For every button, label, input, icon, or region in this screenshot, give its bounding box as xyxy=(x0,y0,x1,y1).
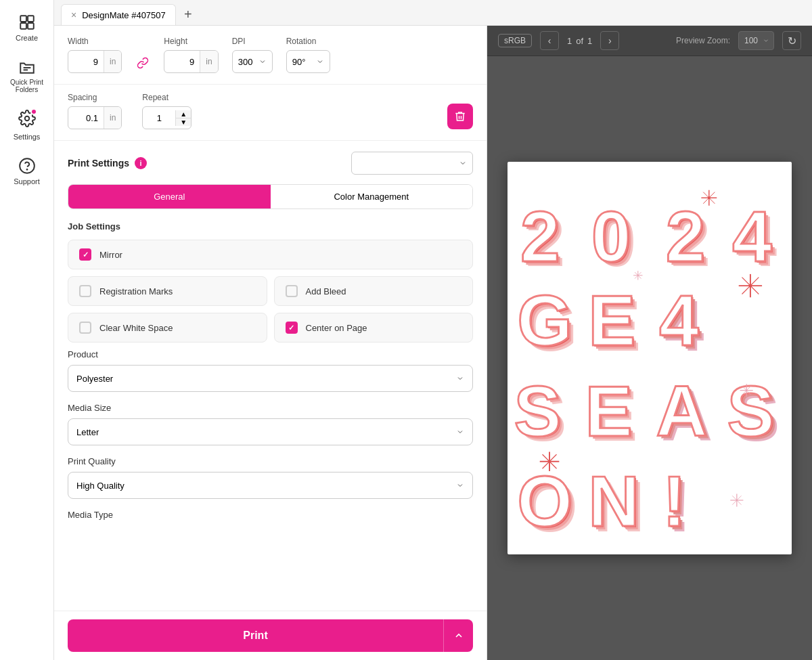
split-pane: Width in Height xyxy=(54,26,812,660)
tab-title: DesignMate #407507 xyxy=(82,10,166,20)
width-label: Width xyxy=(68,37,122,46)
svg-point-6 xyxy=(24,116,29,121)
sidebar-item-support-label: Support xyxy=(14,177,40,185)
svg-rect-2 xyxy=(20,23,26,29)
create-icon xyxy=(18,14,36,31)
checkbox-registration-marks[interactable]: Registration Marks xyxy=(68,276,267,306)
checkbox-clear-white-space[interactable]: Clear White Space xyxy=(68,313,267,343)
checkbox-grid: Registration Marks Add Bleed Clear White… xyxy=(68,276,473,343)
repeat-decrement-button[interactable]: ▼ xyxy=(176,118,191,126)
job-settings-title: Job Settings xyxy=(68,221,473,232)
sidebar-item-create-label: Create xyxy=(16,34,38,42)
settings-preset-dropdown[interactable] xyxy=(351,152,473,175)
center-on-page-checkbox[interactable] xyxy=(286,322,298,334)
rotation-select[interactable]: 90° 0° 180° 270° xyxy=(286,50,330,73)
dpi-select[interactable]: 300 72 150 600 xyxy=(232,50,273,73)
preview-toolbar: sRGB ‹ 1 of 1 › Preview Zoom: 100 50 75 … xyxy=(487,26,812,56)
svg-point-58 xyxy=(749,284,752,288)
svg-text:2: 2 xyxy=(520,197,559,276)
job-settings: Job Settings Mirror Registration Marks xyxy=(68,221,473,343)
svg-text:G: G xyxy=(517,281,572,360)
clear-white-space-label: Clear White Space xyxy=(99,323,173,333)
svg-rect-3 xyxy=(28,23,34,29)
print-settings-info-icon[interactable]: i xyxy=(135,157,147,169)
product-select[interactable]: Polyester Cotton Vinyl Canvas xyxy=(68,365,473,392)
spacing-input[interactable] xyxy=(68,113,104,123)
tab-designmate[interactable]: × DesignMate #407507 xyxy=(61,4,176,25)
settings-notification-dot xyxy=(30,108,37,115)
trash-icon xyxy=(454,110,466,123)
print-settings-header: Print Settings i xyxy=(68,152,473,175)
delete-button[interactable] xyxy=(447,104,473,129)
spacing-label: Spacing xyxy=(68,93,122,102)
print-button[interactable]: Print xyxy=(68,619,443,652)
registration-marks-checkbox[interactable] xyxy=(79,285,91,297)
checkbox-center-on-page[interactable]: Center on Page xyxy=(274,313,474,343)
preview-canvas: 2 2 2 2 2 2 xyxy=(487,56,812,660)
spacing-unit: in xyxy=(104,107,121,129)
srgb-badge: sRGB xyxy=(498,34,532,47)
svg-text:4: 4 xyxy=(732,197,771,276)
tab-color-management[interactable]: Color Management xyxy=(271,185,473,208)
print-quality-select[interactable]: High Quality Draft Normal Best xyxy=(68,472,473,499)
registration-marks-label: Registration Marks xyxy=(99,286,173,296)
spacing-input-wrap: in xyxy=(68,106,122,129)
width-input[interactable] xyxy=(68,57,104,67)
dpi-group: DPI 300 72 150 600 xyxy=(232,37,273,73)
sidebar-item-create[interactable]: Create xyxy=(3,7,51,49)
link-dimensions-icon[interactable] xyxy=(137,57,149,69)
svg-text:E: E xyxy=(588,281,635,360)
mirror-label: Mirror xyxy=(99,250,122,260)
add-bleed-checkbox[interactable] xyxy=(286,285,298,297)
spacing-section: Spacing in Repeat ▲ ▼ xyxy=(54,85,487,141)
settings-tabs: General Color Management xyxy=(68,184,473,209)
left-panel: Width in Height xyxy=(54,26,487,660)
repeat-input[interactable] xyxy=(143,113,175,123)
dpi-label: DPI xyxy=(232,37,273,46)
checkbox-mirror[interactable]: Mirror xyxy=(68,240,473,269)
dimensions-section: Width in Height xyxy=(54,26,487,85)
media-size-select[interactable]: Letter A4 Legal Tabloid xyxy=(68,418,473,445)
sidebar-item-settings[interactable]: Settings xyxy=(3,103,51,148)
print-settings-title: Print Settings xyxy=(68,158,129,169)
print-btn-chevron[interactable] xyxy=(443,619,473,652)
sidebar-item-settings-label: Settings xyxy=(14,133,41,141)
svg-point-7 xyxy=(20,158,35,173)
rotation-group: Rotation 90° 0° 180° 270° xyxy=(286,37,330,73)
preview-design-svg: 2 2 2 2 2 2 xyxy=(508,162,792,554)
main-content: × DesignMate #407507 + Width in xyxy=(54,0,812,660)
checkbox-add-bleed[interactable]: Add Bleed xyxy=(274,276,474,306)
height-input[interactable] xyxy=(164,57,200,67)
page-next-button[interactable]: › xyxy=(600,31,619,50)
print-btn-wrap: Print xyxy=(54,611,487,660)
sidebar-item-quick-print-label: Quick Print Folders xyxy=(8,79,46,93)
sidebar-item-quick-print[interactable]: Quick Print Folders xyxy=(3,51,51,100)
svg-text:N: N xyxy=(588,462,639,541)
tab-close-btn[interactable]: × xyxy=(71,9,76,20)
height-label: Height xyxy=(164,37,218,46)
svg-text:S: S xyxy=(514,372,562,451)
zoom-select[interactable]: 100 50 75 150 200 xyxy=(738,31,774,50)
svg-text:O: O xyxy=(517,462,572,541)
product-label: Product xyxy=(68,349,473,359)
preview-pane: sRGB ‹ 1 of 1 › Preview Zoom: 100 50 75 … xyxy=(487,26,812,660)
folder-icon xyxy=(18,58,36,76)
svg-text:4: 4 xyxy=(659,281,698,360)
tab-bar: × DesignMate #407507 + xyxy=(54,0,812,26)
rotation-label: Rotation xyxy=(286,37,330,46)
media-type-group: Media Type xyxy=(68,510,473,520)
product-group: Product Polyester Cotton Vinyl Canvas xyxy=(68,349,473,392)
clear-white-space-checkbox[interactable] xyxy=(79,322,91,334)
repeat-increment-button[interactable]: ▲ xyxy=(176,110,191,118)
tab-general[interactable]: General xyxy=(68,185,271,208)
page-prev-button[interactable]: ‹ xyxy=(540,31,559,50)
width-group: Width in xyxy=(68,37,122,73)
sidebar-item-support[interactable]: Support xyxy=(3,150,51,192)
refresh-button[interactable]: ↻ xyxy=(782,31,801,50)
mirror-checkbox[interactable] xyxy=(79,248,91,261)
tab-add-button[interactable]: + xyxy=(179,5,198,24)
svg-point-19 xyxy=(708,196,710,199)
svg-text:A: A xyxy=(656,372,708,451)
height-unit: in xyxy=(200,51,217,72)
page-total: 1 xyxy=(587,36,592,46)
